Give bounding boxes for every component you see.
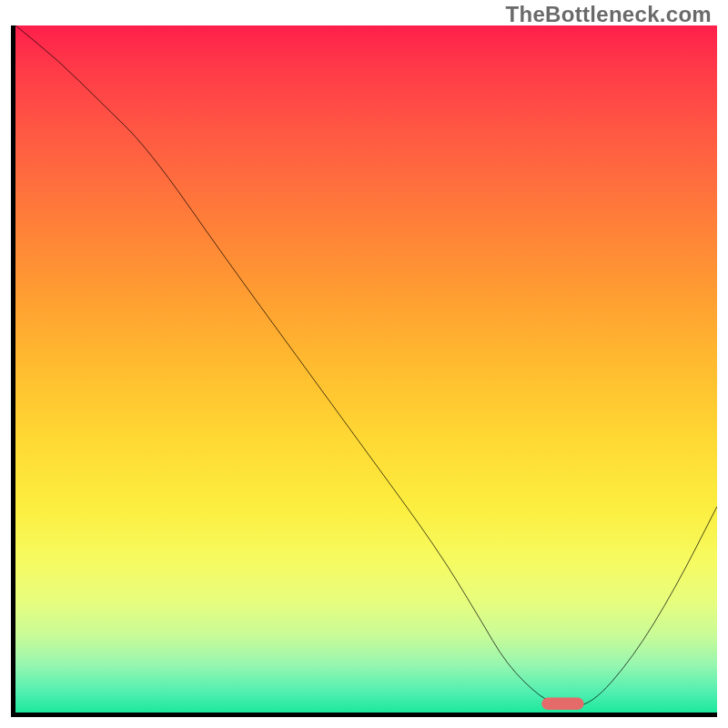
plot-frame [11, 25, 717, 717]
chart-container: TheBottleneck.com [0, 0, 728, 728]
plot-svg [15, 25, 717, 713]
bottleneck-curve-path [15, 25, 717, 705]
watermark-text: TheBottleneck.com [506, 2, 712, 27]
optimal-marker [541, 697, 583, 710]
